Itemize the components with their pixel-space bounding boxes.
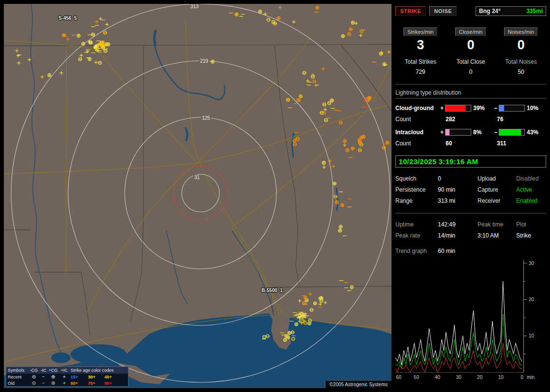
- bearing-box: Bng 24° 335mi: [476, 6, 546, 16]
- ic-count-row: Count 60 311: [395, 140, 546, 147]
- pos-cg-icon: ⊕: [48, 381, 58, 386]
- datetime-display: 10/23/2025 3:19:16 AM: [395, 155, 546, 168]
- bearing-label: Bng 24°: [479, 8, 501, 14]
- total-close-value: 0: [469, 69, 473, 75]
- lightning-map[interactable]: 313 219 125 31 S-456 5 B-5500 1. Symbols…: [4, 4, 391, 388]
- distribution-title: Lightning type distribution: [395, 89, 546, 98]
- legend-recent-row: Recent ⊖ − ⊕ + 15+ 30+ 45+: [6, 374, 128, 380]
- trend-x-tick-label: 30: [456, 375, 462, 380]
- cg-negative-bar: [499, 105, 525, 112]
- divider: [395, 84, 546, 84]
- storm-cell-label: B-5500 1.: [261, 288, 284, 293]
- capture-status: Active: [516, 186, 546, 193]
- plot-selector-label[interactable]: Plot: [516, 221, 546, 228]
- status-panel: STRIKE NOISE Bng 24° 335mi Strikes/min C…: [395, 4, 546, 388]
- trend-graph: 3020106050403020100min: [395, 257, 546, 384]
- pos-ic-icon: +: [58, 381, 71, 386]
- rate-buttons-row: Strikes/min Close/min Noises/min: [395, 28, 546, 36]
- ic-positive-pct: 8%: [471, 129, 492, 136]
- peak-rate-value: 14/min: [438, 232, 478, 239]
- trend-y-tick-label: 10: [529, 333, 535, 338]
- legend-header: Symbols -CG -IC +CG +IC Strike age color…: [6, 367, 128, 374]
- neg-cg-icon: ⊖: [29, 375, 39, 379]
- range-ring-label: 125: [201, 115, 211, 121]
- total-noises-value: 50: [518, 69, 524, 75]
- cg-negative-count: 76: [497, 116, 503, 123]
- close-per-min-value: 0: [467, 38, 474, 53]
- legend-symbols-label: Symbols: [8, 368, 29, 373]
- ic-negative-count: 311: [497, 140, 506, 147]
- divider: [395, 213, 546, 213]
- pos-ic-icon: +: [58, 375, 71, 379]
- neg-cg-icon: ⊖: [29, 381, 39, 386]
- trend-x-tick-label: 0: [521, 375, 523, 380]
- trend-label-row: Trend graph 60 min: [395, 248, 546, 254]
- plot-selector-value[interactable]: Strike: [516, 232, 546, 239]
- trend-series-Strikes/min: [395, 281, 522, 365]
- trend-x-tick-label: 60: [396, 375, 402, 380]
- plus-sign: +: [439, 105, 445, 112]
- total-close-label: Total Close: [456, 58, 485, 65]
- trend-y-tick-label: 20: [529, 297, 535, 302]
- cg-count-row: Count 282 76: [395, 116, 546, 123]
- upload-status: Disabled: [516, 175, 546, 182]
- bearing-range: 335mi: [526, 8, 543, 14]
- plus-sign: +: [439, 129, 445, 136]
- cg-negative-pct: 10%: [525, 105, 546, 112]
- totals-labels-row: Total Strikes Total Close Total Noises: [395, 58, 546, 65]
- minus-sign: −: [492, 105, 499, 112]
- total-noises-label: Total Noises: [505, 58, 536, 65]
- trend-window: 60 min: [438, 248, 455, 254]
- cg-positive-pct: 39%: [471, 105, 492, 112]
- lake-pontchartrain: [71, 344, 127, 364]
- settings-grid: Squelch 0 Upload Disabled Persistence 90…: [395, 175, 546, 204]
- neg-ic-icon: −: [39, 375, 48, 379]
- noises-per-min-button[interactable]: Noises/min: [504, 28, 538, 36]
- trend-series-Intracloud/min: [395, 314, 522, 369]
- minus-sign: −: [492, 129, 499, 136]
- intracloud-row: Intracloud + 8% − 43%: [395, 129, 546, 136]
- noises-per-min-value: 0: [517, 38, 524, 53]
- indicator-row: STRIKE NOISE Bng 24° 335mi: [395, 6, 546, 16]
- close-per-min-button[interactable]: Close/min: [455, 28, 487, 36]
- trend-x-tick-label: 20: [477, 375, 483, 380]
- strikes-per-min-button[interactable]: Strikes/min: [404, 28, 437, 36]
- totals-values-row: 729 0 50: [395, 69, 546, 75]
- trend-x-tick-label: 50: [414, 375, 420, 380]
- stats-grid: Uptime 142:49 Peak time Plot Peak rate 1…: [395, 221, 546, 239]
- ic-negative-bar: [499, 129, 525, 136]
- cg-positive-count: 282: [446, 116, 497, 123]
- storm-cell-label: S-456 5: [58, 15, 77, 21]
- trend-x-unit: min: [527, 375, 535, 380]
- legend-old-row: Old ⊖ − ⊕ + 60+ 75+ 90+: [6, 380, 128, 386]
- map-legend: Symbols -CG -IC +CG +IC Strike age color…: [6, 366, 129, 387]
- peak-time-value: 3:10 AM: [478, 232, 516, 239]
- strikes-per-min-value: 3: [417, 38, 424, 53]
- uptime-value: 142:49: [438, 221, 478, 228]
- cloud-ground-row: Cloud-ground + 39% − 10%: [395, 105, 546, 112]
- ic-positive-bar: [445, 129, 471, 136]
- cg-positive-bar: [445, 105, 471, 112]
- trend-y-tick-label: 30: [529, 261, 535, 266]
- noise-indicator-button[interactable]: NOISE: [429, 6, 457, 16]
- ic-positive-count: 60: [446, 140, 497, 147]
- range-ring-label: 31: [193, 175, 201, 180]
- pos-cg-icon: ⊕: [48, 375, 58, 379]
- map-canvas: [4, 4, 391, 388]
- copyright-notice: ©2005 Astrogenic Systems: [325, 380, 391, 388]
- trend-x-tick-label: 10: [498, 375, 504, 380]
- strike-indicator-button[interactable]: STRIKE: [395, 6, 426, 16]
- ic-negative-pct: 43%: [525, 129, 546, 136]
- total-strikes-label: Total Strikes: [405, 58, 436, 65]
- range-ring-label: 313: [189, 4, 200, 9]
- legend-age-title: Strike age color codes: [71, 368, 122, 373]
- receiver-status: Enabled: [516, 197, 546, 204]
- app-window: 313 219 125 31 S-456 5 B-5500 1. Symbols…: [0, 0, 550, 392]
- rate-values-row: 3 0 0: [395, 38, 546, 53]
- neg-ic-icon: −: [39, 381, 48, 386]
- trend-x-tick-label: 40: [435, 375, 441, 380]
- lake-maurepas: [51, 352, 71, 363]
- range-ring-label: 219: [199, 58, 209, 64]
- total-strikes-value: 729: [416, 69, 425, 75]
